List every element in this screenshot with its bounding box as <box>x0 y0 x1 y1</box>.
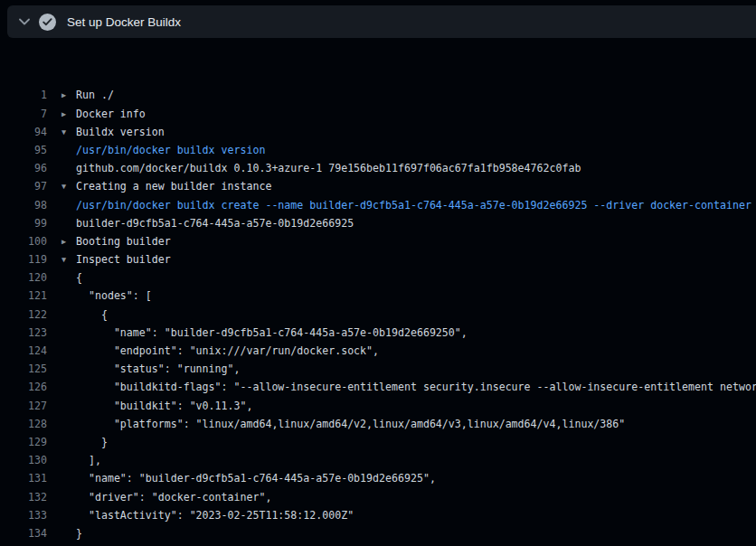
log-line: 94▼Buildx version <box>0 123 756 141</box>
log-group-header[interactable]: ▶Docker info <box>61 105 146 123</box>
log-group-header[interactable]: ▼BuildKit version <box>61 542 177 546</box>
log-line: 125 "status": "running", <box>0 360 756 378</box>
output-text: "nodes": [ <box>61 287 152 305</box>
log-line: 100▶Booting builder <box>0 232 756 250</box>
log-lines: 1▶Run ./7▶Docker info94▼Buildx version95… <box>0 86 756 546</box>
line-number[interactable]: 135 <box>0 542 47 546</box>
group-title[interactable]: Creating a new builder instance <box>76 180 271 193</box>
command-text: /usr/bin/docker buildx create --name bui… <box>61 196 751 214</box>
output-text: { <box>61 268 82 287</box>
output-text: "name": "builder-d9cfb5a1-c764-445a-a57e… <box>61 469 436 487</box>
log-line: 123 "name": "builder-d9cfb5a1-c764-445a-… <box>0 324 756 342</box>
line-number[interactable]: 96 <box>0 159 47 177</box>
output-text: "platforms": "linux/amd64,linux/amd64/v2… <box>61 415 625 433</box>
output-text: { <box>61 306 108 324</box>
output-text: "buildkitd-flags": "--allow-insecure-ent… <box>61 378 756 396</box>
collapse-triangle-icon[interactable]: ▼ <box>61 177 76 195</box>
line-number[interactable]: 127 <box>0 397 47 415</box>
log-group-header[interactable]: ▼Creating a new builder instance <box>61 177 271 195</box>
log-container: 1▶Run ./7▶Docker info94▼Buildx version95… <box>0 50 756 546</box>
group-title[interactable]: Booting builder <box>76 235 171 248</box>
line-number[interactable]: 98 <box>0 196 47 214</box>
line-number[interactable]: 132 <box>0 488 47 506</box>
line-number[interactable]: 94 <box>0 123 47 141</box>
log-group-header[interactable]: ▼Inspect builder <box>61 250 171 268</box>
log-line: 119▼Inspect builder <box>0 250 756 268</box>
line-number[interactable]: 128 <box>0 415 47 433</box>
group-title[interactable]: Run ./ <box>76 89 114 101</box>
group-title[interactable]: Inspect builder <box>76 253 171 266</box>
log-line: 135▼BuildKit version <box>0 542 756 546</box>
log-line: 120{ <box>0 268 756 287</box>
output-text: github.com/docker/buildx 0.10.3+azure-1 … <box>61 159 581 177</box>
step-title: Set up Docker Buildx <box>67 15 181 29</box>
collapse-triangle-icon[interactable]: ▼ <box>61 250 76 268</box>
output-text: "lastActivity": "2023-02-25T11:58:12.000… <box>61 506 354 524</box>
output-text: builder-d9cfb5a1-c764-445a-a57e-0b19d2e6… <box>61 214 354 232</box>
line-number[interactable]: 130 <box>0 451 47 469</box>
log-line: 126 "buildkitd-flags": "--allow-insecure… <box>0 378 756 396</box>
log-line: 131 "name": "builder-d9cfb5a1-c764-445a-… <box>0 469 756 487</box>
output-text: } <box>61 524 82 542</box>
line-number[interactable]: 97 <box>0 177 47 195</box>
line-number[interactable]: 129 <box>0 433 47 451</box>
log-line: 130 ], <box>0 451 756 469</box>
line-number[interactable]: 122 <box>0 306 47 324</box>
line-number[interactable]: 121 <box>0 287 47 305</box>
log-group-header[interactable]: ▶Booting builder <box>61 232 171 250</box>
line-number[interactable]: 126 <box>0 378 47 396</box>
log-line: 97▼Creating a new builder instance <box>0 177 756 195</box>
output-text: } <box>61 433 108 451</box>
line-number[interactable]: 95 <box>0 141 47 159</box>
group-title[interactable]: Docker info <box>76 108 146 120</box>
log-line: 7▶Docker info <box>0 105 756 123</box>
log-line: 134} <box>0 524 756 542</box>
output-text: ], <box>61 451 101 469</box>
line-number[interactable]: 134 <box>0 524 47 542</box>
log-line: 133 "lastActivity": "2023-02-25T11:58:12… <box>0 506 756 524</box>
line-number[interactable]: 119 <box>0 250 47 268</box>
line-number[interactable]: 133 <box>0 506 47 524</box>
line-number[interactable]: 120 <box>0 268 47 287</box>
log-line: 122 { <box>0 306 756 324</box>
log-group-header[interactable]: ▶Run ./ <box>61 86 114 104</box>
output-text: "name": "builder-d9cfb5a1-c764-445a-a57e… <box>61 324 468 342</box>
log-line: 128 "platforms": "linux/amd64,linux/amd6… <box>0 415 756 433</box>
step-header[interactable]: Set up Docker Buildx <box>7 5 756 38</box>
expand-triangle-icon[interactable]: ▶ <box>61 86 76 104</box>
collapse-triangle-icon[interactable]: ▼ <box>61 123 76 141</box>
line-number[interactable]: 123 <box>0 324 47 342</box>
expand-triangle-icon[interactable]: ▶ <box>61 105 76 123</box>
log-viewer: Set up Docker Buildx 1▶Run ./7▶Docker in… <box>0 0 756 546</box>
output-text: "buildkit": "v0.11.3", <box>61 397 252 415</box>
line-number[interactable]: 131 <box>0 469 47 487</box>
line-number[interactable]: 100 <box>0 232 47 250</box>
log-line: 95/usr/bin/docker buildx version <box>0 141 756 159</box>
command-text: /usr/bin/docker buildx version <box>61 141 265 159</box>
output-text: "status": "running", <box>61 360 240 378</box>
collapse-triangle-icon[interactable]: ▼ <box>61 542 76 546</box>
log-line: 129 } <box>0 433 756 451</box>
line-number[interactable]: 125 <box>0 360 47 378</box>
check-circle-icon <box>39 14 56 31</box>
output-text: "driver": "docker-container", <box>61 488 271 506</box>
output-text: "endpoint": "unix:///var/run/docker.sock… <box>61 342 379 360</box>
log-line: 98/usr/bin/docker buildx create --name b… <box>0 196 756 214</box>
log-line: 132 "driver": "docker-container", <box>0 488 756 506</box>
log-line: 1▶Run ./ <box>0 86 756 104</box>
log-line: 127 "buildkit": "v0.11.3", <box>0 397 756 415</box>
line-number[interactable]: 1 <box>0 86 47 104</box>
chevron-down-icon[interactable] <box>18 15 31 28</box>
log-line: 121 "nodes": [ <box>0 287 756 305</box>
expand-triangle-icon[interactable]: ▶ <box>61 232 76 250</box>
log-line: 99builder-d9cfb5a1-c764-445a-a57e-0b19d2… <box>0 214 756 232</box>
line-number[interactable]: 124 <box>0 342 47 360</box>
log-line: 96github.com/docker/buildx 0.10.3+azure-… <box>0 159 756 177</box>
log-group-header[interactable]: ▼Buildx version <box>61 123 165 141</box>
log-line: 124 "endpoint": "unix:///var/run/docker.… <box>0 342 756 360</box>
line-number[interactable]: 7 <box>0 105 47 123</box>
line-number[interactable]: 99 <box>0 214 47 232</box>
group-title[interactable]: Buildx version <box>76 126 165 138</box>
